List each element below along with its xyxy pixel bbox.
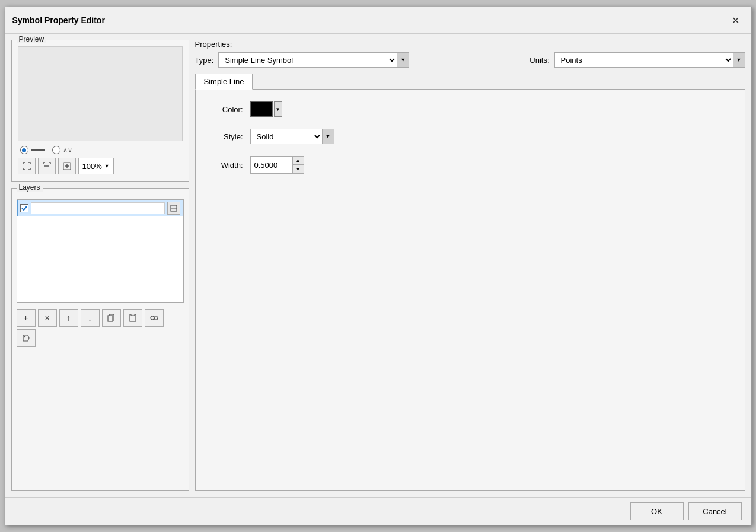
copy-button[interactable] xyxy=(102,309,121,327)
symbol-property-editor-dialog: Symbol Property Editor ✕ Preview ∧∨ xyxy=(5,7,752,525)
type-select[interactable]: Simple Line Symbol xyxy=(219,55,397,65)
style-label: Style: xyxy=(208,132,243,141)
units-select[interactable]: Points xyxy=(555,55,733,65)
svg-marker-12 xyxy=(23,335,29,341)
tag-button[interactable] xyxy=(17,329,36,347)
type-label: Type: xyxy=(195,56,214,65)
type-select-wrapper[interactable]: Simple Line Symbol ▼ xyxy=(218,52,409,68)
close-button[interactable]: ✕ xyxy=(728,12,744,28)
zoom-in-button[interactable] xyxy=(58,158,76,174)
type-units-row: Type: Simple Line Symbol ▼ Units: Points… xyxy=(195,52,745,68)
dialog-title: Symbol Property Editor xyxy=(12,15,105,25)
layer-checkbox[interactable] xyxy=(20,204,28,212)
style-dropdown-arrow[interactable]: ▼ xyxy=(322,129,334,144)
radio-line-preview xyxy=(31,149,45,151)
tag-icon xyxy=(22,334,30,342)
color-row: Color: ▼ xyxy=(208,101,733,117)
preview-label: Preview xyxy=(17,35,47,43)
zoom-in-icon xyxy=(63,162,71,170)
radio-zigzag-label: ∧∨ xyxy=(63,146,72,154)
color-swatch[interactable] xyxy=(250,101,273,117)
left-panel: Preview ∧∨ xyxy=(11,40,189,491)
layers-action-buttons: + × ↑ ↓ xyxy=(12,305,189,351)
layer-preview xyxy=(31,202,165,214)
radio-dot-line[interactable] xyxy=(20,146,28,154)
radio-line-option[interactable] xyxy=(20,146,45,154)
svg-point-10 xyxy=(151,316,154,320)
zoom-fit-icon xyxy=(23,162,31,170)
layers-label: Layers xyxy=(17,183,43,192)
zoom-fit-button[interactable] xyxy=(18,158,36,174)
style-select-wrapper[interactable]: Solid Dash Dot Dash Dot Dash Dot Dot Nul… xyxy=(250,129,334,144)
merge-icon xyxy=(150,314,158,322)
units-label: Units: xyxy=(529,56,549,65)
svg-rect-9 xyxy=(131,314,135,316)
color-label: Color: xyxy=(208,105,243,114)
units-select-wrapper[interactable]: Points ▼ xyxy=(554,52,745,68)
preview-controls: ∧∨ xyxy=(18,146,183,154)
properties-label: Properties: xyxy=(195,40,745,49)
units-dropdown-arrow[interactable]: ▼ xyxy=(733,53,745,67)
tab-content: Color: ▼ Style: Solid Dash Dot Dash xyxy=(195,90,745,491)
radio-zigzag-option[interactable]: ∧∨ xyxy=(52,146,72,154)
zoom-select-wrapper[interactable]: 100% ▼ xyxy=(78,158,114,174)
style-row: Style: Solid Dash Dot Dash Dot Dash Dot … xyxy=(208,129,733,144)
layer-item[interactable] xyxy=(17,200,183,216)
right-panel: Properties: Type: Simple Line Symbol ▼ U… xyxy=(195,40,745,491)
checkmark-icon xyxy=(21,205,27,211)
zoom-controls: 100% ▼ xyxy=(18,158,183,174)
layer-type-icon xyxy=(170,205,177,212)
layers-list xyxy=(17,199,184,303)
svg-point-13 xyxy=(24,336,25,337)
zoom-out-icon xyxy=(43,162,51,170)
color-swatch-wrapper[interactable]: ▼ xyxy=(250,101,282,117)
width-input-wrapper[interactable]: ▲ ▼ xyxy=(250,156,304,174)
type-dropdown-arrow[interactable]: ▼ xyxy=(397,53,409,67)
title-bar: Symbol Property Editor ✕ xyxy=(5,7,751,34)
zoom-value: 100% xyxy=(82,162,102,171)
radio-dot-zigzag[interactable] xyxy=(52,146,60,154)
remove-layer-button[interactable]: × xyxy=(38,309,57,327)
width-row: Width: ▲ ▼ xyxy=(208,156,733,174)
move-down-button[interactable]: ↓ xyxy=(81,309,100,327)
svg-rect-7 xyxy=(108,316,113,321)
add-layer-button[interactable]: + xyxy=(17,309,36,327)
paste-button[interactable] xyxy=(123,309,142,327)
width-label: Width: xyxy=(208,161,243,170)
preview-area xyxy=(18,46,183,141)
zoom-dropdown-arrow[interactable]: ▼ xyxy=(104,163,110,169)
cancel-button[interactable]: Cancel xyxy=(688,502,742,520)
preview-line xyxy=(34,94,165,94)
merge-button[interactable] xyxy=(145,309,164,327)
width-input[interactable] xyxy=(251,161,292,170)
dialog-footer: OK Cancel xyxy=(5,497,751,525)
style-select[interactable]: Solid Dash Dot Dash Dot Dash Dot Dot Nul… xyxy=(251,132,322,142)
tab-simple-line[interactable]: Simple Line xyxy=(195,74,253,90)
width-decrement-button[interactable]: ▼ xyxy=(293,165,304,173)
width-increment-button[interactable]: ▲ xyxy=(293,157,304,165)
paste-icon xyxy=(129,314,137,322)
tab-row: Simple Line xyxy=(195,74,745,90)
width-spinner: ▲ ▼ xyxy=(292,157,304,173)
svg-point-11 xyxy=(154,316,158,320)
preview-group: Preview ∧∨ xyxy=(11,40,189,182)
color-dropdown-button[interactable]: ▼ xyxy=(274,101,282,117)
ok-button[interactable]: OK xyxy=(630,502,684,520)
zoom-out-button[interactable] xyxy=(38,158,56,174)
move-up-button[interactable]: ↑ xyxy=(59,309,78,327)
layers-group: Layers xyxy=(11,188,189,491)
dialog-body: Preview ∧∨ xyxy=(5,34,751,497)
layer-type-button[interactable] xyxy=(167,202,180,215)
copy-icon xyxy=(107,314,116,322)
